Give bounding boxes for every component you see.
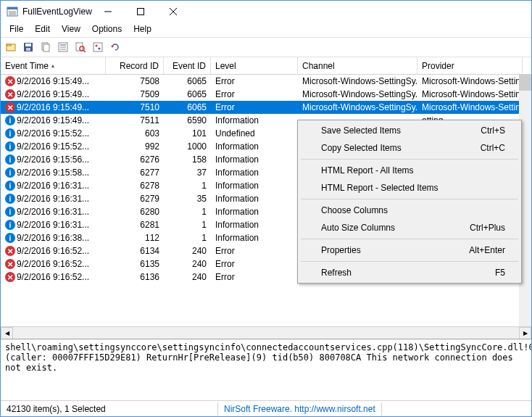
svg-rect-1 — [7, 7, 17, 9]
scrollbar-thumb[interactable] — [519, 75, 531, 91]
col-header-record-id[interactable]: Record ID — [106, 57, 164, 74]
svg-rect-13 — [26, 48, 30, 51]
context-menu: Save Selected ItemsCtrl+SCopy Selected I… — [297, 120, 522, 284]
info-icon: i — [5, 128, 15, 139]
error-icon: ✕ — [5, 102, 15, 112]
info-icon: i — [5, 154, 15, 165]
ctx-refresh[interactable]: RefreshF5 — [299, 264, 520, 281]
menu-separator — [301, 159, 518, 160]
cell-record-id: 6279 — [106, 193, 164, 205]
cell-time: 9/2/2016 9:16:31... — [17, 194, 89, 204]
info-icon: i — [5, 115, 15, 125]
cell-time: 9/2/2016 9:16:52... — [17, 259, 89, 269]
info-icon: i — [5, 207, 15, 217]
cell-event-id: 1 — [164, 206, 211, 218]
tool-copy-icon[interactable] — [38, 40, 53, 54]
window-title: FullEventLogView — [22, 7, 92, 17]
ctx-label: Auto Size Columns — [321, 223, 395, 233]
svg-point-24 — [96, 45, 98, 47]
info-icon: i — [5, 220, 15, 230]
col-header-event-time[interactable]: Event Time▴ — [1, 57, 106, 74]
horizontal-scrollbar[interactable]: ◀ ▶ — [1, 326, 531, 339]
cell-record-id: 6135 — [106, 258, 164, 270]
cell-provider: Microsoft-Windows-Setting — [417, 88, 523, 100]
tool-find-icon[interactable] — [73, 40, 88, 54]
ctx-choose-columns[interactable]: Choose Columns — [299, 202, 520, 219]
status-freeware-link[interactable]: NirSoft Freeware. http://www.nirsoft.net — [218, 402, 382, 416]
error-icon: ✕ — [5, 89, 15, 99]
scroll-right-button[interactable]: ▶ — [519, 327, 531, 339]
table-row[interactable]: ✕9/2/2016 9:15:49...75106065ErrorMicroso… — [1, 101, 531, 114]
minimize-button[interactable] — [92, 1, 125, 22]
ctx-html-report-selected-items[interactable]: HTML Report - Selected Items — [299, 179, 520, 197]
cell-time: 9/2/2016 9:16:31... — [17, 220, 89, 230]
cell-time: 9/2/2016 9:16:52... — [17, 246, 89, 256]
cell-record-id: 6276 — [106, 154, 164, 165]
svg-point-25 — [99, 48, 101, 50]
tool-options-icon[interactable] — [91, 40, 105, 54]
cell-event-id: 6590 — [164, 115, 211, 126]
menu-help[interactable]: Help — [128, 22, 157, 37]
ctx-label: Copy Selected Items — [321, 143, 402, 153]
menu-file[interactable]: File — [4, 22, 29, 37]
scroll-left-button[interactable]: ◀ — [1, 327, 13, 339]
tool-open-icon[interactable] — [4, 40, 18, 54]
cell-level: Information — [211, 141, 298, 152]
cell-time: 9/2/2016 9:16:31... — [17, 207, 89, 217]
ctx-label: HTML Report - Selected Items — [321, 183, 439, 193]
ctx-auto-size-columns[interactable]: Auto Size ColumnsCtrl+Plus — [299, 219, 520, 236]
app-icon — [7, 6, 18, 17]
col-header-provider[interactable]: Provider — [417, 57, 523, 74]
cell-event-id: 1000 — [164, 141, 211, 152]
ctx-label: Properties — [321, 245, 361, 255]
cell-time: 9/2/2016 9:15:49... — [17, 76, 89, 86]
ctx-properties[interactable]: PropertiesAlt+Enter — [299, 241, 520, 259]
ctx-shortcut: Ctrl+C — [481, 143, 505, 153]
cell-time: 9/2/2016 9:15:56... — [17, 154, 89, 165]
svg-rect-15 — [43, 44, 49, 51]
cell-level: Information — [211, 206, 298, 218]
tool-save-icon[interactable] — [21, 40, 36, 54]
ctx-html-report-all-items[interactable]: HTML Report - All Items — [299, 162, 520, 179]
col-header-channel[interactable]: Channel — [298, 57, 417, 74]
ctx-label: Choose Columns — [321, 205, 388, 215]
detail-pane[interactable]: shell\roaming\settingsynccore\settingsyn… — [1, 339, 531, 400]
ctx-shortcut: Alt+Enter — [469, 245, 505, 255]
cell-level: Error — [211, 88, 298, 100]
col-header-level[interactable]: Level — [211, 57, 298, 74]
cell-record-id: 6136 — [106, 271, 164, 283]
tool-refresh-icon[interactable] — [108, 40, 122, 54]
cell-level: Error — [211, 75, 298, 87]
cell-event-id: 101 — [164, 128, 211, 139]
menu-view[interactable]: View — [56, 22, 86, 37]
cell-event-id: 37 — [164, 167, 211, 178]
menubar: File Edit View Options Help — [1, 22, 531, 37]
cell-record-id: 7508 — [106, 75, 164, 87]
ctx-copy-selected-items[interactable]: Copy Selected ItemsCtrl+C — [299, 139, 520, 157]
cell-time: 9/2/2016 9:15:49... — [17, 102, 89, 112]
cell-level: Information — [211, 193, 298, 205]
menu-edit[interactable]: Edit — [29, 22, 56, 37]
info-icon: i — [5, 233, 15, 243]
menu-separator — [301, 261, 518, 262]
cell-record-id: 992 — [106, 141, 164, 152]
table-row[interactable]: ✕9/2/2016 9:15:49...75096065ErrorMicroso… — [1, 88, 531, 101]
tool-properties-icon[interactable] — [56, 40, 70, 54]
error-icon: ✕ — [5, 272, 15, 282]
error-icon: ✕ — [5, 259, 15, 269]
menu-separator — [301, 239, 518, 239]
ctx-save-selected-items[interactable]: Save Selected ItemsCtrl+S — [299, 122, 520, 139]
cell-level: Undefined — [211, 128, 298, 139]
cell-record-id: 7510 — [106, 102, 164, 113]
close-button[interactable] — [157, 1, 190, 22]
table-row[interactable]: ✕9/2/2016 9:15:49...75086065ErrorMicroso… — [1, 75, 531, 88]
col-header-event-id[interactable]: Event ID — [164, 57, 211, 74]
info-icon: i — [5, 168, 15, 178]
maximize-button[interactable] — [125, 1, 157, 22]
cell-event-id: 240 — [164, 271, 211, 283]
titlebar: FullEventLogView — [1, 1, 531, 22]
toolbar — [1, 37, 531, 57]
cell-record-id: 7511 — [106, 115, 164, 126]
menu-options[interactable]: Options — [86, 22, 128, 37]
ctx-shortcut: Ctrl+Plus — [470, 223, 505, 233]
